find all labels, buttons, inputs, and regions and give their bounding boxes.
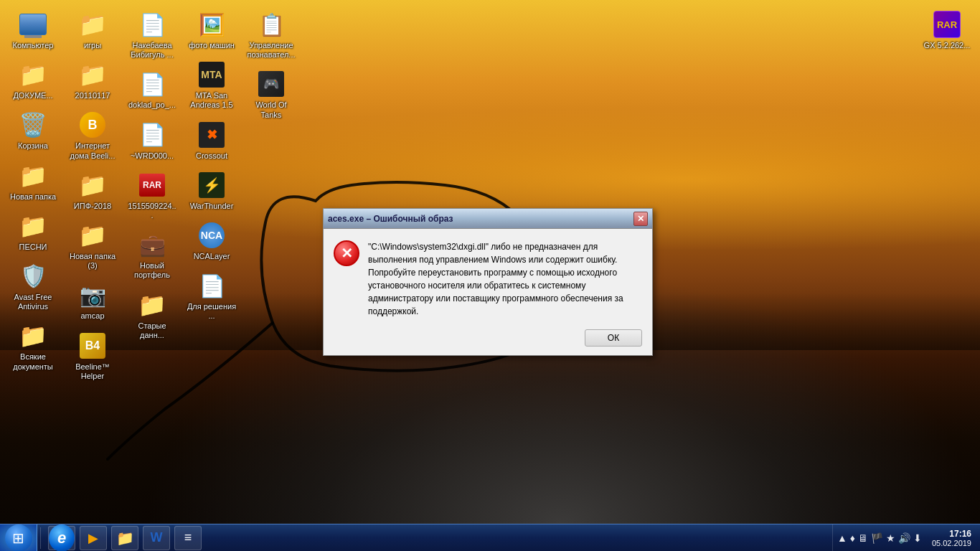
tray-volume[interactable]: 🔊 (898, 532, 910, 544)
clock-time: 17:16 (949, 529, 971, 539)
pesni-icon[interactable]: 📁 ПЕСНИ (5, 209, 61, 255)
tray-network[interactable]: 🖥 (858, 532, 868, 544)
computer-icon[interactable]: Компьютер (5, 7, 61, 53)
num1515-icon[interactable]: RAR 1515509224... (124, 168, 180, 223)
vsedoc-label: Всякие документы (8, 352, 58, 371)
internet-icon[interactable]: B Интернет дома Beeli... (65, 108, 121, 163)
documents-label: ДОКУМЕ... (13, 91, 52, 100)
foto-icon[interactable]: 🖼️ фото машин (184, 7, 240, 53)
pesni-label: ПЕСНИ (19, 242, 47, 252)
icon-col-5: 📋 Управление познавател... 🎮 World OfTan… (242, 4, 301, 123)
tray-down[interactable]: ⬇ (913, 532, 922, 544)
mta-icon[interactable]: MTA MTA San Andreas 1.5 (184, 57, 240, 113)
ipf-icon[interactable]: 📁 ИПФ-2018 (65, 168, 121, 214)
foto-label: фото машин (189, 41, 235, 50)
icon-col-3: 📄 Накебаева Бибигуль ... 📄 doklad_po_...… (123, 4, 182, 343)
doklad-icon[interactable]: 📄 doklad_po_... (124, 67, 180, 113)
doklad-label: doklad_po_... (128, 100, 176, 110)
taskbar-explorer-button[interactable]: 📁 (111, 526, 138, 550)
novportf-label: Новый портфель (127, 261, 177, 280)
crossout-icon[interactable]: ✖ Crossout (184, 118, 240, 164)
beeline2-icon[interactable]: B4 Beeline™ Helper (65, 329, 121, 384)
system-tray: ▲ ♦ 🖥 🏴 ★ 🔊 ⬇ (832, 524, 926, 551)
ncalayer-icon[interactable]: NCA NCALayer (184, 218, 240, 264)
warthunder-icon[interactable]: ⚡ WarThunder (184, 168, 240, 214)
taskbar-media-button[interactable]: ▶ (80, 526, 107, 550)
dialog-close-button[interactable]: ✕ (633, 212, 648, 226)
desktop: Компьютер 📁 ДОКУМЕ... 🗑️ Корзина 📁 Новая… (0, 0, 980, 551)
year2011-label: 20110117 (75, 91, 110, 100)
taskbar-divider (40, 527, 41, 549)
tray-flag[interactable]: 🏴 (871, 532, 883, 544)
recycle-label: Корзина (18, 141, 48, 151)
icon-col-4: 🖼️ фото машин MTA MTA San Andreas 1.5 ✖ … (182, 4, 241, 324)
nakeba-label: Накебаева Бибигуль ... (127, 41, 177, 60)
explorer-icon: 📁 (116, 529, 134, 547)
novportf-icon[interactable]: 💼 Новый портфель (124, 227, 180, 283)
word-icon: W (151, 530, 163, 545)
crossout-label: Crossout (196, 151, 227, 161)
upravlen-label: Управление познавател... (246, 41, 296, 60)
dialog-body: ✕ "C:\Windows\system32\dxgi.dll" либо не… (324, 229, 652, 325)
taskbar-programs: e ▶ 📁 W ≡ (44, 526, 203, 550)
upravlen-icon[interactable]: 📋 Управление познавател... (243, 7, 299, 62)
num1515-label: 1515509224... (127, 202, 177, 220)
winrar-icon[interactable]: RAR GX 5.2.262... (919, 7, 975, 53)
new-folder-icon[interactable]: 📁 Новая папка (5, 159, 61, 204)
dialog-message-text: "C:\Windows\system32\dxgi.dll" либо не п… (368, 240, 642, 318)
avast-label: Avast Free Antivirus (8, 293, 58, 311)
tray-star[interactable]: ★ (886, 532, 895, 544)
ok-button[interactable]: ОК (585, 329, 642, 347)
recycle-icon[interactable]: 🗑️ Корзина (5, 108, 61, 154)
ie-icon: e (49, 524, 75, 552)
beeline2-label: Beeline™ Helper (67, 362, 118, 381)
new-folder3-icon[interactable]: 📁 Новая папка (3) (65, 218, 121, 273)
clock-date: 05.02.2019 (932, 539, 971, 547)
wrd-label: ~WRD000... (131, 151, 174, 161)
warthunder-label: WarThunder (190, 202, 234, 211)
nakeba-icon[interactable]: 📄 Накебаева Бибигуль ... (124, 7, 180, 62)
media-icon: ▶ (88, 530, 98, 546)
amcap-icon[interactable]: 📷 amcap (65, 278, 121, 324)
avast-icon[interactable]: 🛡️ Avast Free Antivirus (5, 259, 61, 314)
wrd-icon[interactable]: 📄 ~WRD000... (124, 118, 180, 164)
tray-chevron[interactable]: ▲ (837, 532, 847, 544)
computer-icon-label: Компьютер (13, 41, 54, 50)
taskbar-ie-button[interactable]: e (48, 526, 75, 550)
igry-icon[interactable]: 📁 игры (65, 7, 121, 53)
internet-label: Интернет дома Beeli... (67, 141, 118, 160)
year2011-icon[interactable]: 📁 20110117 (65, 57, 121, 103)
start-button[interactable]: ⊞ (0, 524, 37, 552)
start-orb: ⊞ (5, 524, 32, 552)
taskbar-unknown-button[interactable]: ≡ (174, 526, 202, 550)
worldoftanks-label: World OfTanks (255, 100, 286, 119)
vsedoc-icon[interactable]: 📁 Всякие документы (5, 319, 61, 374)
igry-label: игры (84, 41, 101, 50)
stardan-label: Старые данн... (127, 321, 177, 340)
ipf-label: ИПФ-2018 (74, 202, 111, 211)
taskbar-right: ▲ ♦ 🖥 🏴 ★ 🔊 ⬇ 17:16 05.02.2019 (832, 524, 980, 551)
taskbar-word-button[interactable]: W (143, 526, 170, 550)
mta-label: MTA San Andreas 1.5 (187, 91, 237, 110)
winrar-col: RAR GX 5.2.262... (918, 4, 976, 53)
worldoftanks-icon[interactable]: 🎮 World OfTanks (243, 67, 299, 122)
ncalayer-label: NCALayer (194, 252, 230, 261)
dlareshen-label: Для решения ... (187, 302, 237, 321)
dialog-title: aces.exe – Ошибочный образ (328, 214, 633, 224)
dialog-footer: ОК (324, 325, 652, 355)
icon-col-1: Компьютер 📁 ДОКУМЕ... 🗑️ Корзина 📁 Новая… (4, 4, 62, 375)
new-folder-label: Новая папка (10, 192, 56, 202)
new-folder3-label: Новая папка (3) (67, 252, 118, 270)
documents-icon[interactable]: 📁 ДОКУМЕ... (5, 57, 61, 103)
amcap-label: amcap (80, 311, 104, 321)
stardan-icon[interactable]: 📁 Старые данн... (124, 288, 180, 343)
winrar-label: GX 5.2.262... (924, 41, 971, 50)
error-dialog: aces.exe – Ошибочный образ ✕ ✕ "C:\Windo… (323, 208, 653, 356)
tray-steam[interactable]: ♦ (850, 532, 855, 544)
unknown-icon: ≡ (184, 530, 192, 545)
dlareshen-icon[interactable]: 📄 Для решения ... (184, 268, 240, 324)
taskbar: ⊞ e ▶ 📁 W ≡ ▲ ♦ 🖥 (0, 524, 980, 551)
clock[interactable]: 17:16 05.02.2019 (926, 524, 977, 551)
icon-col-2: 📁 игры 📁 20110117 B Интернет дома Beeli.… (63, 4, 122, 384)
error-icon: ✕ (334, 240, 359, 266)
